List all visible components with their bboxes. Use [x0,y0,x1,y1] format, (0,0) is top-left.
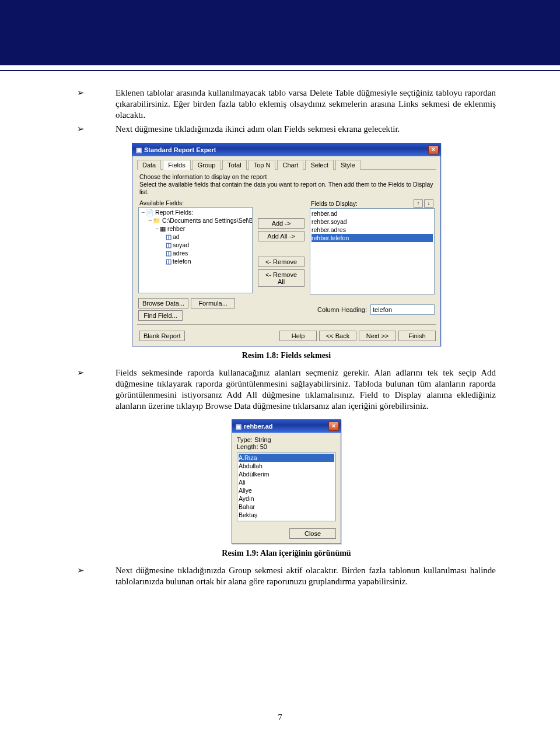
move-down-button[interactable]: ↓ [424,199,433,208]
tab-data[interactable]: Data [137,160,161,170]
bullet-list-mid: Fields sekmesinde raporda kullanacağınız… [77,367,496,411]
list-item[interactable]: Aydın [239,494,334,503]
tab-chart[interactable]: Chart [277,160,303,170]
list-item[interactable]: Bektaş [239,511,334,519]
find-field-button[interactable]: Find Field... [138,310,183,321]
list-item[interactable]: Bahar [239,503,334,511]
add-all-button[interactable]: Add All -> [258,231,304,241]
list-item[interactable]: rehber.adres [312,226,433,234]
available-fields-list[interactable]: −📄 Report Fields: −📁 C:\Documents and Se… [138,207,253,293]
available-fields-label: Available Fields: [139,199,184,206]
finish-button[interactable]: Finish [398,331,436,341]
back-button[interactable]: << Back [319,331,356,341]
dialog-footer: Blank Report Help << Back Next >> Finish [132,327,440,346]
list-item[interactable]: rehber.telefon [312,234,433,242]
data-values-list[interactable]: A.Rıza Abdullah Abdülkerim Ali Aliye Ayd… [237,453,336,521]
bullet-item: Eklenen tablolar arasında kullanılmayaca… [77,87,496,120]
tab-style[interactable]: Style [335,160,360,170]
close-icon[interactable]: × [428,145,439,155]
tree-field[interactable]: ad [173,233,180,240]
dialog-standard-report-expert: ▣ Standard Report Expert × Data Fields G… [132,143,441,346]
browse-data-button[interactable]: Browse Data... [138,298,188,308]
bullet-item: Next düğmesine tıkladığınızda ikinci adı… [77,124,496,135]
formula-button[interactable]: Formula... [191,298,235,308]
remove-all-button[interactable]: <- Remove All [258,269,304,287]
dialog-tabs: Data Fields Group Total Top N Chart Sele… [132,156,440,170]
close-icon[interactable]: × [328,422,339,431]
instruction-line: Choose the information to display on the… [139,173,433,181]
tree-field[interactable]: telefon [173,258,191,265]
window-icon: ▣ [236,423,242,430]
figure-caption: Resim 1.8: Fields sekmesi [77,351,496,360]
dialog-title: rehber.ad [244,423,273,430]
add-button[interactable]: Add -> [258,218,304,229]
window-icon: ▣ [136,146,142,154]
tree-field[interactable]: soyad [173,241,189,248]
figure-caption: Resim 1.9: Alan içeriğinin görünümü [77,549,496,558]
column-heading-input[interactable] [370,304,435,315]
bullet-item: Fields sekmesinde raporda kullanacağınız… [77,367,496,411]
remove-button[interactable]: <- Remove [258,257,304,267]
list-item[interactable]: Aliye [239,486,334,494]
dialog-divider [137,324,436,325]
tree-path: C:\Documents and Settings\Sel\Be [162,217,253,224]
blank-report-button[interactable]: Blank Report [139,331,185,341]
display-fields-label: Fields to Display: [311,200,358,207]
list-item[interactable]: Ali [239,478,334,486]
page-number: 7 [0,713,560,723]
bullet-list-bottom: Next düğmesine tıkladığınızda Group sekm… [77,565,496,587]
tab-group[interactable]: Group [192,160,221,170]
tree-table: rehber [167,225,185,232]
dialog-titlebar[interactable]: ▣ rehber.ad × [232,420,341,433]
bullet-list-top: Eklenen tablolar arasında kullanılmayaca… [77,87,496,135]
dialog-title: Standard Report Expert [144,146,216,153]
bullet-item: Next düğmesine tıkladığınızda Group sekm… [77,565,496,587]
list-item[interactable]: Abdullah [239,462,334,470]
figure-browse-data: ▣ rehber.ad × Type: String Length: 50 A.… [77,419,496,558]
next-button[interactable]: Next >> [359,331,396,341]
close-button[interactable]: Close [289,528,336,539]
list-item[interactable]: rehber.ad [312,209,433,218]
help-button[interactable]: Help [279,331,317,341]
tab-total[interactable]: Total [222,160,246,170]
page-header-band [0,0,560,65]
tab-select[interactable]: Select [305,160,334,170]
list-item[interactable]: Abdülkerim [239,470,334,478]
tab-fields[interactable]: Fields [163,160,190,170]
length-label: Length: 50 [237,443,336,450]
figure-report-expert: ▣ Standard Report Expert × Data Fields G… [77,143,496,360]
page-content: Eklenen tablolar arasında kullanılmayaca… [0,71,560,587]
fields-panels: Available Fields: −📄 Report Fields: −📁 C… [132,197,440,298]
type-label: Type: String [237,436,336,443]
dialog-rehber-ad: ▣ rehber.ad × Type: String Length: 50 A.… [232,419,341,544]
dialog-titlebar[interactable]: ▣ Standard Report Expert × [132,143,440,156]
list-item[interactable]: A.Rıza [239,454,334,462]
tab-top-n[interactable]: Top N [249,160,276,170]
dialog-instructions: Choose the information to display on the… [132,170,440,197]
list-item[interactable]: rehber.soyad [312,218,433,226]
move-up-button[interactable]: ↑ [414,199,423,208]
column-heading-label: Column Heading: [317,306,367,313]
display-fields-list[interactable]: rehber.ad rehber.soyad rehber.adres rehb… [310,208,435,294]
instruction-line: Select the available fields that contain… [139,181,433,196]
tree-root: Report Fields: [155,209,193,216]
tree-field[interactable]: adres [173,250,188,257]
